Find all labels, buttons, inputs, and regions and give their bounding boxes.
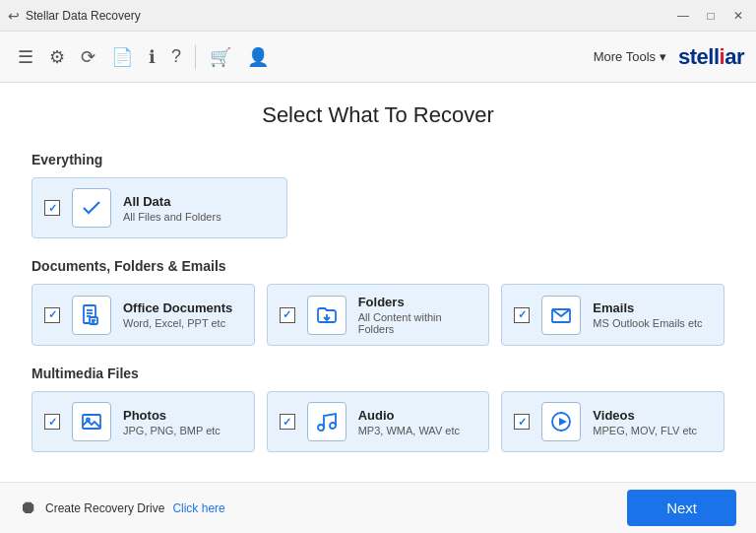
videos-card[interactable]: Videos MPEG, MOV, FLV etc (501, 391, 724, 452)
next-button[interactable]: Next (627, 490, 736, 526)
page-title: Select What To Recover (32, 102, 724, 128)
videos-title: Videos (593, 408, 697, 423)
videos-icon-box (541, 402, 581, 441)
photos-checkbox[interactable] (44, 414, 60, 430)
audio-card[interactable]: Audio MP3, WMA, WAV etc (267, 391, 490, 452)
title-bar-controls: — □ ✕ (673, 6, 748, 26)
svg-point-11 (318, 425, 324, 431)
toolbar: ☰ ⚙ ⟳ 📄 ℹ ? 🛒 👤 More Tools ▾ stelliar (0, 32, 756, 83)
dropdown-icon: ▾ (660, 49, 666, 64)
folders-title: Folders (358, 295, 477, 309)
photos-title: Photos (123, 408, 220, 423)
settings-icon[interactable]: ⚙ (43, 42, 71, 72)
folders-icon-box (307, 296, 346, 335)
photos-subtitle: JPG, PNG, BMP etc (123, 425, 220, 436)
cart-icon[interactable]: 🛒 (204, 42, 237, 72)
documents-section-title: Documents, Folders & Emails (32, 258, 724, 274)
minimize-button[interactable]: — (673, 6, 693, 26)
toolbar-right: More Tools ▾ stelliar (594, 44, 744, 70)
everything-cards-row: All Data All Files and Folders (32, 177, 724, 238)
emails-text: Emails MS Outlook Emails etc (593, 300, 702, 329)
all-data-checkbox[interactable] (44, 200, 60, 216)
multimedia-cards-row: Photos JPG, PNG, BMP etc Audio MP3, WMA,… (32, 391, 724, 452)
audio-subtitle: MP3, WMA, WAV etc (358, 425, 460, 436)
stellar-logo-accent: i (720, 44, 725, 69)
emails-checkbox[interactable] (514, 307, 530, 323)
footer: ⏺ Create Recovery Drive Click here Next (0, 482, 756, 533)
audio-title: Audio (358, 408, 460, 423)
photos-card[interactable]: Photos JPG, PNG, BMP etc (32, 391, 255, 452)
everything-section: Everything All Data All Files and Folder… (32, 152, 724, 238)
recovery-drive-icon: ⏺ (20, 498, 37, 518)
videos-text: Videos MPEG, MOV, FLV etc (593, 408, 697, 436)
click-here-link[interactable]: Click here (172, 501, 224, 515)
all-data-icon-box (72, 188, 111, 228)
everything-section-title: Everything (32, 152, 724, 167)
folders-text: Folders All Content within Folders (358, 295, 477, 335)
all-data-subtitle: All Files and Folders (123, 211, 221, 223)
documents-cards-row: Office Documents Word, Excel, PPT etc Fo… (32, 284, 724, 346)
title-bar: ↩ Stellar Data Recovery — □ ✕ (0, 0, 756, 32)
more-tools-button[interactable]: More Tools ▾ (594, 49, 666, 64)
office-documents-checkbox[interactable] (44, 307, 60, 323)
recovery-drive-text: Create Recovery Drive (45, 501, 164, 515)
all-data-icon (80, 196, 103, 220)
office-documents-icon (80, 303, 103, 327)
folders-subtitle: All Content within Folders (358, 311, 477, 335)
office-documents-title: Office Documents (123, 300, 232, 315)
audio-icon (315, 410, 339, 433)
photos-text: Photos JPG, PNG, BMP etc (123, 408, 220, 436)
svg-rect-9 (83, 415, 100, 429)
audio-icon-box (307, 402, 346, 441)
photos-icon (80, 410, 103, 433)
maximize-button[interactable]: □ (701, 6, 721, 26)
menu-icon[interactable]: ☰ (12, 42, 39, 72)
folders-card[interactable]: Folders All Content within Folders (267, 284, 490, 346)
history-icon[interactable]: ⟳ (75, 42, 101, 72)
svg-marker-14 (559, 418, 567, 426)
svg-point-12 (330, 423, 336, 429)
emails-subtitle: MS Outlook Emails etc (593, 317, 702, 329)
folders-icon (315, 303, 339, 327)
emails-title: Emails (593, 300, 702, 315)
title-bar-left: ↩ Stellar Data Recovery (8, 8, 141, 24)
info-icon[interactable]: ℹ (143, 42, 161, 72)
all-data-card[interactable]: All Data All Files and Folders (32, 177, 287, 238)
videos-icon (549, 410, 573, 433)
videos-checkbox[interactable] (514, 414, 530, 430)
stellar-logo: stelliar (678, 44, 744, 70)
multimedia-section-title: Multimedia Files (32, 366, 724, 381)
videos-subtitle: MPEG, MOV, FLV etc (593, 425, 697, 436)
office-documents-card[interactable]: Office Documents Word, Excel, PPT etc (32, 284, 255, 346)
photos-icon-box (72, 402, 111, 441)
office-documents-icon-box (72, 296, 111, 335)
user-icon[interactable]: 👤 (241, 42, 275, 72)
emails-card[interactable]: Emails MS Outlook Emails etc (501, 284, 724, 346)
toolbar-divider (195, 45, 196, 69)
office-documents-text: Office Documents Word, Excel, PPT etc (123, 300, 232, 329)
footer-left: ⏺ Create Recovery Drive Click here (20, 498, 225, 518)
main-content: Select What To Recover Everything All Da… (0, 83, 756, 482)
audio-text: Audio MP3, WMA, WAV etc (358, 408, 460, 436)
more-tools-label: More Tools (594, 49, 656, 64)
multimedia-section: Multimedia Files Photos JPG, PNG, BMP et… (32, 366, 724, 452)
document-icon[interactable]: 📄 (105, 42, 139, 72)
help-icon[interactable]: ? (165, 42, 187, 71)
emails-icon-box (541, 296, 581, 335)
toolbar-left: ☰ ⚙ ⟳ 📄 ℹ ? 🛒 👤 (12, 42, 275, 72)
emails-icon (549, 303, 573, 327)
all-data-text: All Data All Files and Folders (123, 194, 221, 223)
back-icon: ↩ (8, 8, 20, 24)
documents-section: Documents, Folders & Emails (32, 258, 724, 346)
close-button[interactable]: ✕ (728, 6, 748, 26)
folders-checkbox[interactable] (280, 307, 295, 323)
office-documents-subtitle: Word, Excel, PPT etc (123, 317, 232, 329)
title-bar-title: Stellar Data Recovery (26, 9, 141, 23)
all-data-title: All Data (123, 194, 221, 209)
audio-checkbox[interactable] (280, 414, 295, 430)
